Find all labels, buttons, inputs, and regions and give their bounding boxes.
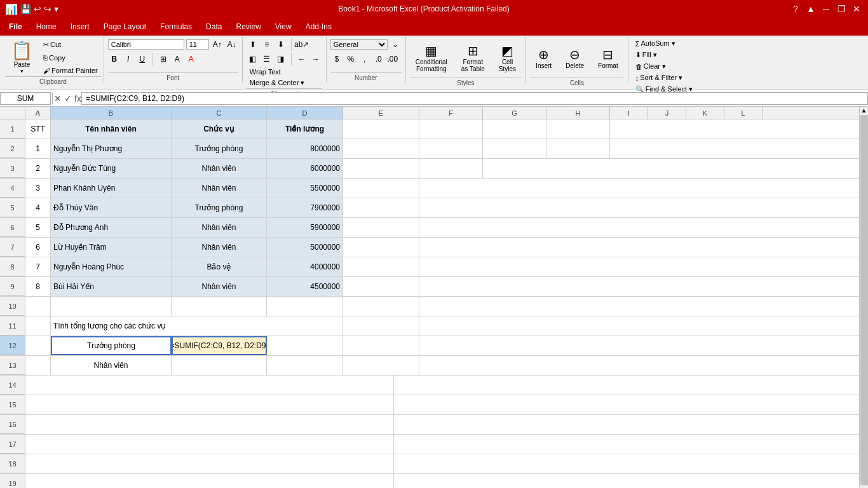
col-header-j[interactable]: J [648, 107, 686, 119]
col-header-i[interactable]: I [610, 107, 648, 119]
cell-c1[interactable]: Chức vụ [172, 119, 267, 139]
cell-a4[interactable]: 3 [25, 179, 51, 198]
cell-g1[interactable] [483, 119, 546, 139]
cell-h2[interactable] [546, 139, 610, 158]
cell-e10[interactable] [343, 297, 419, 316]
restore-btn[interactable]: ❐ [835, 3, 848, 15]
align-center-btn[interactable]: ☰ [261, 53, 273, 65]
fill-color-button[interactable]: A [171, 53, 184, 65]
menu-page-layout[interactable]: Page Layout [97, 20, 153, 34]
delete-button[interactable]: ⊖ Delete [560, 38, 590, 78]
align-top-btn[interactable]: ⬆ [247, 38, 259, 51]
cell-c2[interactable]: Trưởng phòng [172, 139, 267, 158]
cell-d6[interactable]: 5900000 [267, 218, 343, 237]
cell-c8[interactable]: Bảo vệ [172, 257, 267, 276]
col-header-g[interactable]: G [483, 107, 546, 119]
cell-b12[interactable]: Trưởng phòng [51, 336, 172, 355]
cell-e13[interactable] [343, 356, 419, 375]
conditional-formatting-button[interactable]: ▦ ConditionalFormatting [410, 38, 453, 78]
sort-filter-button[interactable]: ↕ Sort & Filter ▾ [632, 72, 696, 83]
bold-button[interactable]: B [108, 53, 121, 65]
menu-file[interactable]: File [3, 21, 29, 32]
percent-btn[interactable]: % [344, 53, 357, 65]
paste-button[interactable]: 📋 Paste ▾ [5, 38, 39, 76]
clear-button[interactable]: 🗑 Clear ▾ [632, 61, 696, 72]
confirm-btn[interactable]: ✓ [64, 93, 72, 104]
formula-input[interactable] [81, 92, 868, 105]
cell-b4[interactable]: Phan Khánh Uyên [51, 179, 172, 198]
help-icon[interactable]: ? [789, 3, 802, 15]
cell-d7[interactable]: 5000000 [267, 238, 343, 257]
cell-b9[interactable]: Bùi Hải Yến [51, 277, 172, 296]
insert-button[interactable]: ⊕ Insert [530, 38, 557, 78]
decrease-decimal-btn[interactable]: .0 [372, 53, 385, 65]
cell-a1[interactable]: STT [25, 119, 51, 139]
cell-a9[interactable]: 8 [25, 277, 51, 296]
autosum-button[interactable]: Σ AutoSum ▾ [632, 38, 696, 49]
orient-btn[interactable]: ab↗ [295, 38, 308, 51]
cell-f3[interactable] [419, 159, 483, 178]
fill-button[interactable]: ⬇ Fill ▾ [632, 50, 696, 60]
decrease-indent-btn[interactable]: ← [295, 53, 308, 65]
cell-row17[interactable] [25, 435, 394, 454]
cell-e8[interactable] [343, 257, 419, 276]
cell-c12[interactable]: =SUMIF(C2:C9, B12, D2:D9) [172, 336, 267, 355]
merge-center-button[interactable]: Merge & Center ▾ [247, 78, 322, 88]
cell-a6[interactable]: 5 [25, 218, 51, 237]
cell-row15[interactable] [25, 395, 394, 414]
border-button[interactable]: ⊞ [157, 53, 170, 65]
vertical-scrollbar[interactable]: ▲ ▼ [859, 107, 868, 488]
cell-d10[interactable] [267, 297, 343, 316]
minimize-btn[interactable]: ─ [820, 3, 832, 15]
cell-b5[interactable]: Đỗ Thúy Vân [51, 198, 172, 217]
close-btn[interactable]: ✕ [850, 3, 863, 15]
align-middle-btn[interactable]: ≡ [261, 38, 273, 51]
cell-c4[interactable]: Nhân viên [172, 179, 267, 198]
increase-font-btn[interactable]: A↑ [211, 38, 224, 51]
col-header-d[interactable]: D [267, 107, 343, 119]
cell-f1[interactable] [419, 119, 483, 139]
menu-review[interactable]: Review [229, 20, 267, 34]
cell-d9[interactable]: 4500000 [267, 277, 343, 296]
scroll-up-btn[interactable]: ▲ [861, 107, 867, 114]
cancel-btn[interactable]: ✕ [54, 93, 62, 104]
cell-e3[interactable] [343, 159, 419, 178]
cell-c6[interactable]: Nhân viên [172, 218, 267, 237]
cell-a5[interactable]: 4 [25, 198, 51, 217]
format-button[interactable]: ⊟ Format [592, 38, 624, 78]
cell-f2[interactable] [419, 139, 483, 158]
cell-e7[interactable] [343, 238, 419, 257]
cell-b11[interactable]: Tính tổng lương cho các chức vụ [51, 316, 343, 336]
font-size-input[interactable] [186, 39, 209, 50]
cell-b8[interactable]: Nguyễn Hoàng Phúc [51, 257, 172, 276]
comma-btn[interactable]: , [358, 53, 371, 65]
cell-b1[interactable]: Tên nhân viên [51, 119, 172, 139]
font-name-input[interactable] [108, 39, 184, 50]
menu-data[interactable]: Data [200, 20, 228, 34]
cell-e4[interactable] [343, 179, 419, 198]
cell-d2[interactable]: 8000000 [267, 139, 343, 158]
increase-decimal-btn[interactable]: .00 [386, 53, 399, 65]
cell-d4[interactable]: 5500000 [267, 179, 343, 198]
cell-styles-button[interactable]: ◩ CellStyles [493, 38, 522, 78]
cell-a10[interactable] [25, 297, 51, 316]
cell-d8[interactable]: 4000000 [267, 257, 343, 276]
scroll-thumb[interactable] [860, 115, 868, 485]
col-header-c[interactable]: C [172, 107, 267, 119]
font-color-button[interactable]: A [185, 53, 198, 65]
col-header-a[interactable]: A [25, 107, 51, 119]
cell-e2[interactable] [343, 139, 419, 158]
format-as-table-button[interactable]: ⊞ Formatas Table [456, 38, 491, 78]
undo-icon[interactable]: ↩ [34, 4, 41, 14]
cell-row16[interactable] [25, 415, 394, 434]
align-bottom-btn[interactable]: ⬇ [275, 38, 287, 51]
align-right-btn[interactable]: ◨ [275, 53, 287, 65]
cell-e1[interactable] [343, 119, 419, 139]
menu-view[interactable]: View [269, 20, 298, 34]
cell-d5[interactable]: 7900000 [267, 198, 343, 217]
menu-insert[interactable]: Insert [64, 20, 96, 34]
copy-button[interactable]: ⎘ Copy [40, 53, 101, 63]
number-format-expand[interactable]: ⌄ [389, 38, 402, 51]
col-header-h[interactable]: H [546, 107, 610, 119]
menu-formulas[interactable]: Formulas [154, 20, 198, 34]
